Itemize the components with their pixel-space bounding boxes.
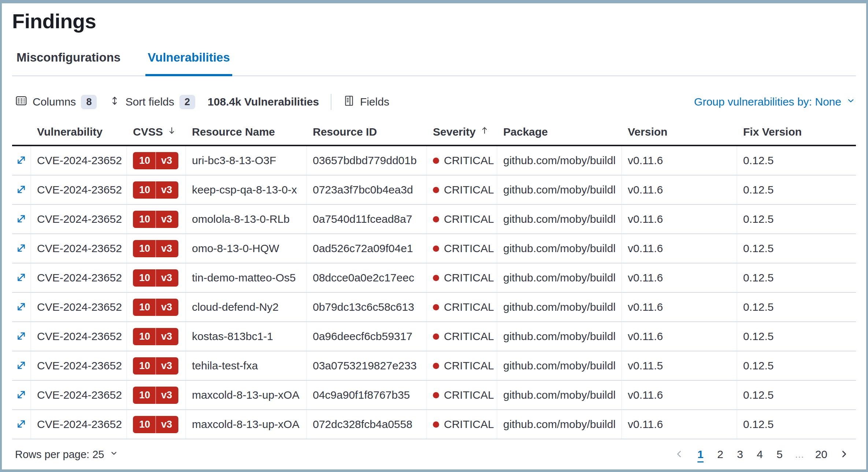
cvss-score-badge: 10 v3 <box>133 357 178 375</box>
expand-finding-button[interactable] <box>14 358 29 373</box>
cvss-score-badge: 10 v3 <box>133 211 178 228</box>
severity-label: CRITICAL <box>444 184 494 196</box>
cvss-score-badge: 10 v3 <box>133 299 178 316</box>
pagination-page-1[interactable]: 1 <box>693 447 708 462</box>
resource-id-cell: 0b79dc13c6c58c613 <box>307 293 427 321</box>
cvss-score: 10 <box>133 328 155 345</box>
red-dot-icon <box>433 333 439 340</box>
expand-diagonal-arrow-icon <box>15 301 27 314</box>
resource-id-cell: 072dc328fcb4a0558 <box>307 410 427 439</box>
vulnerability-cell: CVE-2024-23652 <box>31 322 127 351</box>
cvss-score: 10 <box>133 240 155 257</box>
chevron-right-icon <box>838 449 849 461</box>
cvss-version: v3 <box>155 181 178 199</box>
cvss-score: 10 <box>133 269 155 287</box>
column-header-resource-name[interactable]: Resource Name <box>186 121 307 145</box>
column-header-vulnerability[interactable]: Vulnerability <box>31 121 127 145</box>
resource-name-cell: omolola-8-13-0-RLb <box>186 205 307 233</box>
version-cell: v0.11.6 <box>622 381 737 409</box>
severity-cell: CRITICAL <box>427 146 497 175</box>
cvss-score: 10 <box>133 181 155 199</box>
expand-finding-button[interactable] <box>14 388 29 402</box>
column-header-fix-version[interactable]: Fix Version <box>737 121 856 145</box>
fields-panel-icon <box>343 94 355 110</box>
sort-fields-count-badge: 2 <box>179 95 195 109</box>
sort-fields-button[interactable]: Sort fields 2 <box>109 95 195 110</box>
severity-cell: CRITICAL <box>427 263 497 292</box>
columns-count-badge: 8 <box>81 95 97 109</box>
column-header-resource-id[interactable]: Resource ID <box>307 121 427 145</box>
cvss-version: v3 <box>155 240 178 257</box>
cvss-version: v3 <box>155 387 178 404</box>
resource-id-cell: 03a0753219827e233 <box>307 351 427 380</box>
cvss-cell: 10 v3 <box>127 351 186 380</box>
group-vulnerabilities-by-dropdown[interactable]: Group vulnerabilities by: None <box>694 96 856 108</box>
cvss-score-badge: 10 v3 <box>133 416 178 433</box>
red-dot-icon <box>433 246 439 252</box>
column-header-package[interactable]: Package <box>497 121 622 145</box>
cvss-cell: 10 v3 <box>127 381 186 409</box>
red-dot-icon <box>433 158 439 164</box>
cvss-cell: 10 v3 <box>127 322 186 351</box>
expand-finding-button[interactable] <box>14 182 29 197</box>
column-header-label: Version <box>628 126 667 138</box>
vulnerability-cell: CVE-2024-23652 <box>31 146 127 175</box>
expand-diagonal-arrow-icon <box>15 418 27 431</box>
cvss-cell: 10 v3 <box>127 205 186 233</box>
tab-misconfigurations[interactable]: Misconfigurations <box>14 51 123 76</box>
pagination-page-2[interactable]: 2 <box>713 447 728 462</box>
fields-button[interactable]: Fields <box>343 94 389 110</box>
vulnerabilities-total: 108.4k Vulnerabilities <box>208 96 319 108</box>
severity-label: CRITICAL <box>444 154 494 167</box>
cvss-version: v3 <box>155 152 178 169</box>
red-dot-icon <box>433 304 439 310</box>
column-header-cvss[interactable]: CVSS <box>127 121 186 145</box>
tab-vulnerabilities[interactable]: Vulnerabilities <box>145 51 232 76</box>
expand-finding-button[interactable] <box>14 212 29 226</box>
severity-cell: CRITICAL <box>427 205 497 233</box>
expand-finding-button[interactable] <box>14 241 29 256</box>
next-page-button[interactable] <box>835 449 853 461</box>
vulnerability-cell: CVE-2024-23652 <box>31 205 127 233</box>
cvss-score-badge: 10 v3 <box>133 152 178 169</box>
expand-finding-button[interactable] <box>14 417 29 432</box>
column-header-severity[interactable]: Severity <box>427 121 497 145</box>
pagination-page-5[interactable]: 5 <box>772 447 787 462</box>
table-row: CVE-2024-23652 10 v3 keep-csp-qa-8-13-0-… <box>12 176 856 205</box>
rows-per-page-dropdown[interactable]: Rows per page: 25 <box>15 449 119 461</box>
chevron-down-icon <box>846 96 856 108</box>
expand-diagonal-arrow-icon <box>15 330 27 343</box>
columns-button[interactable]: Columns 8 <box>15 95 97 110</box>
resource-name-cell: tin-demo-matteo-Os5 <box>186 263 307 292</box>
severity-cell: CRITICAL <box>427 293 497 321</box>
column-header-label: Vulnerability <box>37 126 103 138</box>
column-header-version[interactable]: Version <box>622 121 737 145</box>
pagination-page-3[interactable]: 3 <box>732 447 748 462</box>
cvss-cell: 10 v3 <box>127 293 186 321</box>
pagination-page-20[interactable]: 20 <box>812 447 830 462</box>
expand-finding-button[interactable] <box>14 270 29 285</box>
column-header-label: Package <box>503 126 548 138</box>
fix-version-cell: 0.12.5 <box>737 351 856 380</box>
severity-cell: CRITICAL <box>427 351 497 380</box>
version-cell: v0.11.6 <box>622 293 737 321</box>
previous-page-button[interactable] <box>670 449 689 461</box>
pagination-page-4[interactable]: 4 <box>752 447 768 462</box>
cvss-version: v3 <box>155 328 178 345</box>
expand-diagonal-arrow-icon <box>15 154 27 167</box>
cvss-score-badge: 10 v3 <box>133 269 178 287</box>
table-row: CVE-2024-23652 10 v3 tin-demo-matteo-Os5… <box>12 263 856 293</box>
cvss-version: v3 <box>155 357 178 375</box>
resource-name-cell: cloud-defend-Ny2 <box>186 293 307 321</box>
expand-finding-button[interactable] <box>14 300 29 314</box>
table-row: CVE-2024-23652 10 v3 kostas-813bc1-1 0a9… <box>12 322 856 351</box>
resource-id-cell: 03657bdbd779dd01b <box>307 146 427 175</box>
column-header-label: Severity <box>433 126 476 138</box>
page-title: Findings <box>12 9 856 33</box>
package-cell: github.com/moby/buildl <box>497 410 622 439</box>
column-header-label: CVSS <box>133 126 163 138</box>
resource-name-cell: keep-csp-qa-8-13-0-x <box>186 176 307 204</box>
expand-finding-button[interactable] <box>14 153 29 168</box>
expand-finding-button[interactable] <box>14 329 29 344</box>
fix-version-cell: 0.12.5 <box>737 146 856 175</box>
